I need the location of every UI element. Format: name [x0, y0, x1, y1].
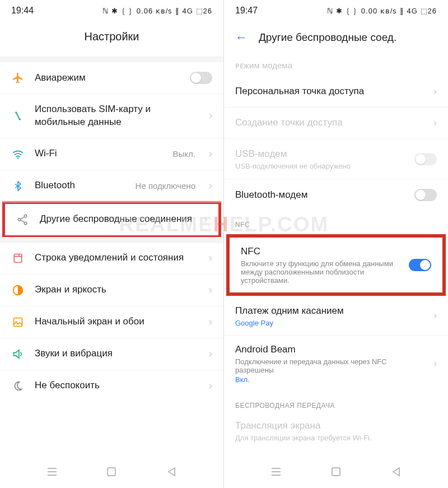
- row-label: Персональная точка доступа: [235, 85, 423, 98]
- nav-bar: [224, 458, 448, 488]
- divider: [0, 57, 223, 62]
- sound-icon: [11, 347, 25, 361]
- svg-point-1: [18, 219, 21, 221]
- usb-toggle: [414, 153, 437, 165]
- moon-icon: [11, 379, 25, 393]
- chevron-right-icon: ›: [433, 86, 437, 97]
- row-label: Bluetooth: [35, 179, 125, 192]
- row-value: Не подключено: [136, 181, 195, 190]
- page-title: Настройки: [0, 19, 223, 57]
- row-value: Выкл.: [173, 149, 195, 159]
- airplane-icon: [11, 71, 25, 85]
- row-sound[interactable]: Звуки и вибрация ›: [0, 338, 223, 370]
- section-nfc: NFC: [224, 211, 448, 233]
- row-wifi[interactable]: Wi-Fi Выкл. ›: [0, 138, 223, 170]
- row-label: Платеж одним касанием: [235, 305, 423, 318]
- status-icons: ℕ ✱ ❲❳ 0.06 ᴋʙ/ꜱ ‖ 4G ⬚26: [102, 7, 212, 15]
- row-sub: Google Pay: [235, 319, 423, 327]
- row-label: Другие беспроводные соединения: [40, 213, 194, 226]
- wallpaper-icon: [11, 315, 25, 329]
- row-notifications[interactable]: Строка уведомлений и состояния ›: [0, 243, 223, 275]
- row-android-beam[interactable]: Android Beam Подключение и передача данн…: [224, 336, 448, 392]
- chevron-right-icon: ›: [209, 252, 212, 264]
- clock: 19:47: [235, 6, 258, 16]
- row-label: Bluetooth-модем: [235, 189, 404, 202]
- row-extra: Вкл.: [235, 375, 423, 384]
- nav-recent-icon[interactable]: [46, 466, 58, 478]
- row-sub: USB-подключения не обнаружено: [235, 162, 404, 170]
- row-create-hotspot: Создание точки доступа ›: [224, 108, 448, 139]
- svg-rect-8: [332, 468, 340, 476]
- row-dnd[interactable]: Не беспокоить ›: [0, 370, 223, 402]
- status-bar: 19:47 ℕ ✱ ❲❳ 0.00 ᴋʙ/ꜱ ‖ 4G ⬚26: [224, 0, 448, 19]
- row-bt-modem[interactable]: Bluetooth-модем: [224, 180, 448, 211]
- row-label: USB-модем: [235, 148, 404, 161]
- brightness-icon: [11, 283, 25, 297]
- section-cast: БЕСПРОВОДНАЯ ПЕРЕДАЧА: [224, 392, 448, 414]
- row-label: Android Beam: [235, 343, 423, 356]
- status-bar: 19:44 ℕ ✱ ❲❳ 0.06 ᴋʙ/ꜱ ‖ 4G ⬚26: [0, 0, 223, 19]
- row-label: Wi-Fi: [35, 147, 163, 160]
- row-usb-modem: USB-модем USB-подключения не обнаружено: [224, 139, 448, 180]
- chevron-right-icon: ›: [209, 348, 212, 360]
- row-label: Начальный экран и обои: [35, 315, 199, 328]
- clock: 19:44: [11, 6, 34, 16]
- chevron-right-icon: ›: [204, 213, 207, 225]
- row-label: Экран и яркость: [35, 283, 199, 296]
- divider: [0, 237, 223, 243]
- notification-icon: [11, 252, 25, 265]
- chevron-right-icon: ›: [433, 357, 437, 369]
- row-sim-data[interactable]: Использовать SIM-карту и мобильные данны…: [0, 94, 223, 138]
- svg-rect-4: [14, 254, 21, 262]
- sim-icon: [11, 109, 25, 123]
- cutoff-row: ᴘᴇжим модема: [224, 58, 448, 76]
- nav-home-icon[interactable]: [330, 466, 342, 478]
- nav-home-icon[interactable]: [105, 466, 118, 478]
- wifi-icon: [11, 147, 25, 161]
- bluetooth-icon: [11, 179, 25, 193]
- row-bluetooth[interactable]: Bluetooth Не подключено ›: [0, 170, 223, 202]
- chevron-right-icon: ›: [433, 310, 437, 322]
- row-personal-hotspot[interactable]: Персональная точка доступа ›: [224, 76, 448, 108]
- row-label: Создание точки доступа: [235, 117, 423, 129]
- page-header: ← Другие беспроводные соед.: [224, 19, 448, 58]
- chevron-right-icon: ›: [209, 180, 212, 192]
- chevron-right-icon: ›: [209, 316, 212, 328]
- row-label: Авиарежим: [35, 72, 180, 85]
- row-cast: Трансляция экрана Для трансляции экрана …: [224, 414, 448, 448]
- chevron-right-icon: ›: [433, 117, 437, 129]
- chevron-right-icon: ›: [209, 148, 212, 160]
- airplane-toggle[interactable]: [190, 72, 212, 84]
- back-arrow-icon[interactable]: ←: [235, 30, 248, 45]
- row-label: NFC: [241, 245, 399, 258]
- nav-back-icon[interactable]: [165, 466, 178, 478]
- row-airplane-mode[interactable]: Авиарежим: [0, 62, 223, 94]
- status-icons: ℕ ✱ ❲❳ 0.00 ᴋʙ/ꜱ ‖ 4G ⬚26: [327, 7, 437, 15]
- row-label: Звуки и вибрация: [35, 347, 199, 360]
- row-home-wallpaper[interactable]: Начальный экран и обои ›: [0, 306, 223, 338]
- nav-recent-icon[interactable]: [270, 466, 282, 478]
- nav-back-icon[interactable]: [390, 466, 402, 478]
- bt-modem-toggle[interactable]: [414, 189, 437, 201]
- row-label: Не беспокоить: [35, 379, 199, 392]
- row-sub: Подключение и передача данных через NFC …: [235, 357, 423, 374]
- chevron-right-icon: ›: [209, 110, 212, 122]
- page-title: Другие беспроводные соед.: [259, 31, 396, 44]
- chevron-right-icon: ›: [209, 380, 212, 392]
- connections-icon: [16, 213, 30, 226]
- svg-rect-7: [108, 468, 115, 476]
- svg-point-3: [24, 222, 27, 225]
- row-nfc[interactable]: NFC Включите эту функцию для обмена данн…: [230, 238, 442, 292]
- svg-rect-6: [14, 318, 22, 326]
- svg-point-2: [24, 215, 27, 217]
- nfc-toggle[interactable]: [409, 259, 431, 271]
- svg-point-0: [17, 157, 19, 159]
- row-other-wireless[interactable]: Другие беспроводные соединения ›: [5, 204, 218, 235]
- row-label: Использовать SIM-карту и мобильные данны…: [35, 103, 199, 129]
- row-sub: Включите эту функцию для обмена данными …: [241, 259, 399, 285]
- row-sub: Для трансляции экрана требуется Wi-Fi.: [235, 434, 437, 442]
- nav-bar: [0, 458, 223, 488]
- row-pay[interactable]: Платеж одним касанием Google Pay ›: [224, 297, 448, 336]
- row-display[interactable]: Экран и яркость ›: [0, 275, 223, 306]
- row-label: Строка уведомлений и состояния: [35, 252, 199, 264]
